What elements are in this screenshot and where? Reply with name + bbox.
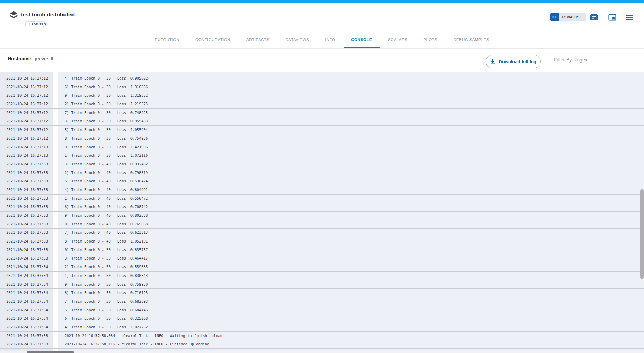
log-cell-gap [53,109,58,117]
tab-console[interactable]: CONSOLE [348,31,375,48]
log-message: 6] Train Epoch 0 - 50 Loss 0.325208 [58,314,644,323]
log-cell-gap [53,306,58,314]
log-timestamp: 2021-10-24 16:37:54 [0,280,53,289]
log-row: 2021-10-24 16:37:337] Train Epoch 0 - 40… [0,229,644,237]
log-row: 2021-10-24 16:37:546] Train Epoch 0 - 50… [0,314,644,323]
task-id-chip[interactable]: ID 1c3d499e ... [550,13,586,21]
log-cell-gap [53,134,58,143]
log-timestamp: 2021-10-24 16:37:12 [0,74,53,83]
details-panel-icon[interactable] [608,14,616,22]
log-cell-gap [53,126,58,134]
log-message: 7] Train Epoch 0 - 40 Loss 0.623313 [58,229,644,237]
status-color-bar [0,0,644,3]
log-timestamp: 2021-10-24 16:37:12 [0,134,53,143]
log-timestamp: 2021-10-24 16:37:54 [0,289,53,297]
page-title: test torch distributed [21,11,75,18]
tab-configuration[interactable]: CONFIGURATION [193,31,233,48]
log-row: 2021-10-24 16:37:542] Train Epoch 0 - 50… [0,263,644,272]
download-full-log-button[interactable]: Download full log [486,55,541,68]
console-toolbar: Hostname:jeeves-lt Download full log [0,49,644,72]
log-message: 2] Train Epoch 0 - 30 Loss 1.219575 [58,100,644,108]
hostname-value: jeeves-lt [35,56,53,61]
log-row: 2021-10-24 16:37:129] Train Epoch 0 - 30… [0,91,644,100]
tab-plots[interactable]: PLOTS [421,31,440,48]
log-message: 6] Train Epoch 0 - 30 Loss 1.310866 [58,83,644,91]
log-row: 2021-10-24 16:37:332] Train Epoch 0 - 40… [0,169,644,178]
log-message: 0] Train Epoch 0 - 40 Loss 0.769068 [58,220,644,229]
log-timestamp: 2021-10-24 16:37:33 [0,195,53,203]
log-cell-gap [53,263,58,271]
title-bar: test torch distributed + ADD TAG ID 1c3d… [0,3,644,31]
tab-bar: EXECUTIONCONFIGURATIONARTIFACTSDATAVIEWS… [0,31,644,49]
tabs-container: EXECUTIONCONFIGURATIONARTIFACTSDATAVIEWS… [0,31,644,48]
log-cell-gap [53,289,58,297]
log-message: 9] Train Epoch 0 - 50 Loss 0.759950 [58,280,644,289]
log-message: 7] Train Epoch 0 - 50 Loss 0.682093 [58,297,644,306]
log-timestamp: 2021-10-24 16:37:54 [0,297,53,306]
log-cell-gap [53,246,58,254]
log-cell-gap [53,280,58,289]
log-cell-gap [53,229,58,237]
tab-debug-samples[interactable]: DEBUG SAMPLES [450,31,492,48]
log-row: 2021-10-24 16:37:127] Train Epoch 0 - 30… [0,109,644,117]
log-message: 2] Train Epoch 0 - 50 Loss 0.559685 [58,263,644,271]
tab-scalars[interactable]: SCALARS [385,31,410,48]
horizontal-scrollbar-thumb[interactable] [27,351,74,353]
menu-icon[interactable] [626,15,633,22]
log-row: 2021-10-24 16:37:339] Train Epoch 0 - 40… [0,212,644,220]
log-timestamp: 2021-10-24 16:37:33 [0,229,53,237]
log-message: 1] Train Epoch 0 - 40 Loss 0.556472 [58,195,644,203]
log-message: 5] Train Epoch 0 - 30 Loss 1.055904 [58,126,644,134]
add-tag-button[interactable]: + ADD TAG [25,21,49,27]
download-icon [490,59,495,64]
log-message: 8] Train Epoch 0 - 30 Loss 0.754936 [58,134,644,143]
log-timestamp: 2021-10-24 16:37:33 [0,220,53,229]
log-timestamp: 2021-10-24 16:37:12 [0,100,53,108]
log-timestamp: 2021-10-24 16:37:53 [0,254,53,263]
log-row: 2021-10-24 16:37:122] Train Epoch 0 - 30… [0,100,644,109]
log-timestamp: 2021-10-24 16:37:54 [0,314,53,323]
log-row: 2021-10-24 16:37:336] Train Epoch 0 - 40… [0,203,644,212]
log-timestamp: 2021-10-24 16:37:54 [0,272,53,280]
console-output-icon[interactable] [590,14,598,22]
log-timestamp: 2021-10-24 16:37:12 [0,91,53,100]
log-row: 2021-10-24 16:37:124] Train Epoch 0 - 30… [0,74,644,83]
log-cell-gap [53,272,58,280]
log-row: 2021-10-24 16:37:131] Train Epoch 0 - 30… [0,151,644,160]
tab-info[interactable]: INFO [322,31,338,48]
log-message: 1] Train Epoch 0 - 30 Loss 1.072116 [58,151,644,160]
log-cell-gap [53,340,58,348]
experiment-icon [9,10,18,21]
log-message: 3] Train Epoch 0 - 30 Loss 0.959433 [58,117,644,125]
log-timestamp: 2021-10-24 16:37:54 [0,323,53,331]
log-timestamp: 2021-10-24 16:37:33 [0,169,53,177]
log-timestamp: 2021-10-24 16:37:33 [0,212,53,220]
tab-artifacts[interactable]: ARTIFACTS [244,31,272,48]
task-id-value: 1c3d499e ... [559,13,586,21]
log-row: 2021-10-24 16:37:530] Train Epoch 0 - 50… [0,246,644,255]
log-message: 0] Train Epoch 0 - 50 Loss 0.835757 [58,246,644,254]
console-log: 2021-10-24 16:37:124] Train Epoch 0 - 30… [0,72,644,353]
log-message: 2021-10-24 16:37:58,115 - clearml.Task -… [58,340,644,348]
hostname-label: Hostname: [8,56,33,61]
filter-regex-input[interactable] [549,55,642,67]
log-timestamp: 2021-10-24 16:37:13 [0,151,53,160]
log-timestamp: 2021-10-24 16:37:33 [0,177,53,186]
log-cell-gap [53,117,58,125]
log-cell-gap [53,212,58,220]
vertical-scrollbar-thumb[interactable] [640,189,644,279]
log-cell-gap [53,100,58,108]
log-cell-gap [53,237,58,246]
horizontal-scrollbar[interactable] [0,351,644,353]
log-row: 2021-10-24 16:37:333] Train Epoch 0 - 40… [0,160,644,169]
log-message: 9] Train Epoch 0 - 40 Loss 0.802538 [58,212,644,220]
clearml-task-page: COMPLETED test torch distributed + ADD T… [0,0,644,353]
log-timestamp: 2021-10-24 16:37:13 [0,143,53,151]
tab-execution[interactable]: EXECUTION [152,31,182,48]
log-row: 2021-10-24 16:37:533] Train Epoch 0 - 50… [0,254,644,263]
log-row [0,72,644,74]
log-message: 8] Train Epoch 0 - 40 Loss 1.052101 [58,237,644,246]
log-cell-gap [53,160,58,169]
tab-dataviews[interactable]: DATAVIEWS [282,31,312,48]
log-timestamp: 2021-10-24 16:37:33 [0,237,53,246]
